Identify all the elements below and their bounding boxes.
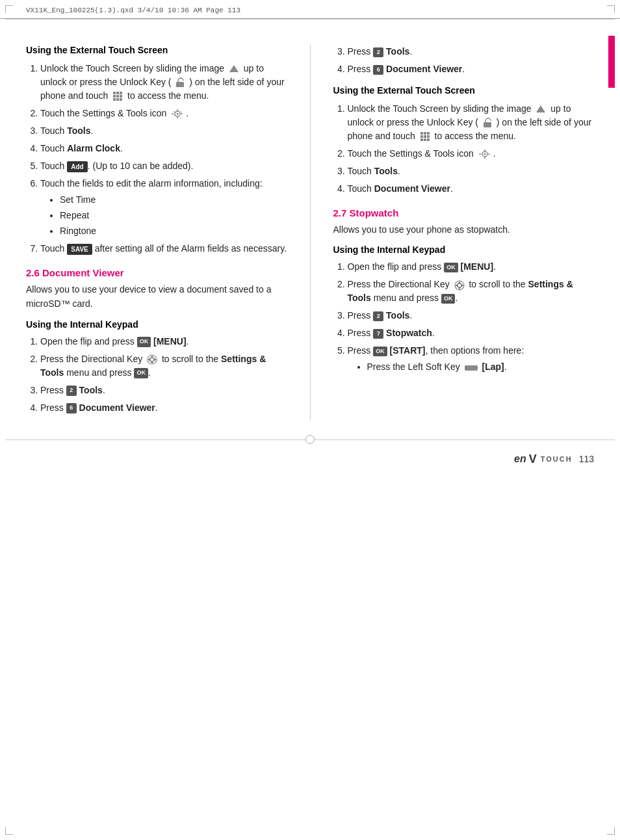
list-item: Set Time bbox=[60, 193, 287, 207]
left-subsection2-title: Using the Internal Keypad bbox=[26, 319, 287, 330]
list-item: Unlock the Touch Screen by sliding the i… bbox=[40, 62, 287, 103]
list-item: Press 2 Tools. bbox=[40, 384, 287, 397]
list-item: Touch the Settings & Tools icon . bbox=[40, 107, 287, 120]
list-item: Press the Directional Key to scroll to t… bbox=[348, 278, 595, 305]
svg-rect-9 bbox=[116, 98, 119, 101]
list-item: Open the flip and press OK [MENU]. bbox=[40, 335, 287, 348]
svg-rect-19 bbox=[484, 122, 491, 127]
brand-en: en bbox=[514, 453, 526, 465]
list-item: Press OK [START], then options from here… bbox=[348, 344, 595, 374]
num7-icon-r: 7 bbox=[373, 329, 383, 339]
list-item: Open the flip and press OK [MENU]. bbox=[348, 260, 595, 274]
header-text: VX11K_Eng_100225(1.3).qxd 3/4/10 10:36 A… bbox=[26, 7, 240, 14]
right-section-ext-title: Using the External Touch Screen bbox=[333, 85, 595, 96]
svg-rect-26 bbox=[420, 138, 423, 141]
ok-key: OK bbox=[137, 337, 151, 347]
right-section3-heading: 2.7 Stopwatch bbox=[333, 207, 595, 218]
left-section1-list: Unlock the Touch Screen by sliding the i… bbox=[40, 62, 287, 256]
page-number: 113 bbox=[579, 454, 594, 464]
svg-rect-5 bbox=[113, 95, 116, 98]
svg-rect-21 bbox=[424, 132, 426, 135]
center-circle-bottom bbox=[305, 435, 315, 444]
svg-rect-36 bbox=[465, 365, 478, 371]
alarm-fields-list: Set Time Repeat Ringtone bbox=[60, 193, 287, 238]
svg-rect-4 bbox=[120, 92, 122, 94]
list-item: Touch Tools. bbox=[40, 124, 287, 138]
directional-key-icon bbox=[146, 354, 158, 365]
left-section2-list: Open the flip and press OK [MENU]. Press… bbox=[40, 335, 287, 415]
footer-logo: en V TOUCH bbox=[514, 453, 573, 466]
page-header: VX11K_Eng_100225(1.3).qxd 3/4/10 10:36 A… bbox=[0, 0, 620, 19]
svg-rect-28 bbox=[427, 138, 430, 141]
left-column: Using the External Touch Screen Unlock t… bbox=[26, 45, 287, 420]
right-column: Press 2 Tools. Press 6 Document Viewer. … bbox=[333, 45, 595, 420]
left-soft-key-icon bbox=[464, 363, 478, 373]
list-item: Ringtone bbox=[60, 224, 287, 238]
brand-touch: TOUCH bbox=[541, 455, 573, 463]
svg-rect-27 bbox=[424, 138, 426, 141]
num6-icon-r: 6 bbox=[373, 65, 383, 75]
page-footer: en V TOUCH 113 bbox=[0, 446, 620, 476]
unlock-key-icon bbox=[175, 77, 185, 88]
right-section-ext-list: Unlock the Touch Screen by sliding the i… bbox=[348, 102, 595, 196]
list-item: Repeat bbox=[60, 209, 287, 222]
num2-icon: 2 bbox=[66, 386, 77, 396]
svg-rect-6 bbox=[116, 95, 119, 98]
svg-marker-0 bbox=[229, 65, 239, 72]
left-section2-intro: Allows you to use your device to view a … bbox=[26, 282, 287, 311]
list-item: Press 6 Document Viewer. bbox=[40, 401, 287, 415]
settings-tools-icon bbox=[170, 108, 185, 120]
list-item: Touch the Settings & Tools icon . bbox=[348, 147, 595, 161]
svg-rect-3 bbox=[116, 92, 119, 94]
list-item: Touch Document Viewer. bbox=[348, 182, 595, 196]
menu-grid-icon bbox=[112, 90, 123, 102]
arrow-up-icon-r bbox=[535, 103, 547, 115]
svg-rect-22 bbox=[427, 132, 430, 135]
list-item: Press the Directional Key to scroll to t… bbox=[40, 352, 287, 380]
settings-tools-icon-r bbox=[478, 148, 492, 160]
svg-rect-20 bbox=[420, 132, 423, 135]
svg-rect-23 bbox=[420, 135, 423, 138]
svg-point-12 bbox=[177, 113, 179, 115]
arrow-up-icon bbox=[228, 63, 240, 75]
svg-point-30 bbox=[484, 153, 485, 155]
column-divider bbox=[310, 45, 311, 420]
ok-key: OK bbox=[134, 368, 148, 378]
add-key: Add bbox=[67, 161, 87, 172]
list-item: Press 6 Document Viewer. bbox=[348, 62, 595, 76]
list-item: Touch Tools. bbox=[348, 164, 595, 178]
main-content: Using the External Touch Screen Unlock t… bbox=[0, 19, 620, 433]
list-item: Unlock the Touch Screen by sliding the i… bbox=[348, 102, 595, 143]
svg-marker-18 bbox=[536, 105, 545, 112]
right-subsection3-title: Using the Internal Keypad bbox=[333, 244, 595, 255]
list-item: Press 2 Tools. bbox=[348, 45, 595, 59]
right-top-list: Press 2 Tools. Press 6 Document Viewer. bbox=[348, 45, 595, 76]
list-item: Press the Left Soft Key [Lap]. bbox=[367, 360, 595, 374]
list-item: Touch the fields to edit the alarm infor… bbox=[40, 177, 287, 238]
svg-rect-1 bbox=[176, 82, 184, 87]
ok-key-start: OK bbox=[373, 347, 387, 357]
svg-rect-25 bbox=[427, 135, 430, 138]
left-section2-heading: 2.6 Document Viewer bbox=[26, 267, 287, 278]
num2-icon-r2: 2 bbox=[373, 311, 383, 322]
list-item: Touch Add. (Up to 10 can be added). bbox=[40, 159, 287, 173]
unlock-key-icon-r bbox=[482, 118, 493, 128]
right-section3-list: Open the flip and press OK [MENU]. Press… bbox=[348, 260, 595, 374]
svg-rect-24 bbox=[424, 135, 426, 138]
brand-v: V bbox=[529, 453, 537, 466]
directional-key-icon-r bbox=[454, 280, 465, 291]
ok-key-r: OK bbox=[444, 263, 458, 273]
num6-icon: 6 bbox=[66, 403, 77, 413]
list-item: Touch SAVE after setting all of the Alar… bbox=[40, 242, 287, 256]
stopwatch-options-list: Press the Left Soft Key [Lap]. bbox=[367, 360, 595, 374]
svg-rect-7 bbox=[120, 95, 122, 98]
svg-rect-10 bbox=[120, 98, 122, 101]
svg-rect-2 bbox=[113, 92, 116, 94]
svg-rect-8 bbox=[113, 98, 116, 101]
right-section3-intro: Allows you to use your phone as stopwatc… bbox=[333, 222, 595, 237]
ok-key-r2: OK bbox=[441, 294, 456, 304]
list-item: Press 7 Stopwatch. bbox=[348, 326, 595, 340]
save-key: SAVE bbox=[67, 244, 92, 255]
list-item: Touch Alarm Clock. bbox=[40, 142, 287, 155]
left-section1-title: Using the External Touch Screen bbox=[26, 45, 287, 55]
